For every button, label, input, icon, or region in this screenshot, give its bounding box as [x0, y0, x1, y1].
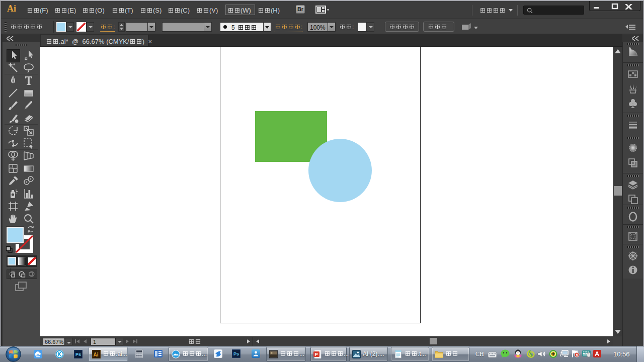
svg-text:Ps: Ps [75, 352, 81, 357]
svg-text:P: P [315, 351, 318, 357]
svg-text:Ai: Ai [94, 352, 99, 357]
svg-text:Ps: Ps [233, 351, 239, 356]
